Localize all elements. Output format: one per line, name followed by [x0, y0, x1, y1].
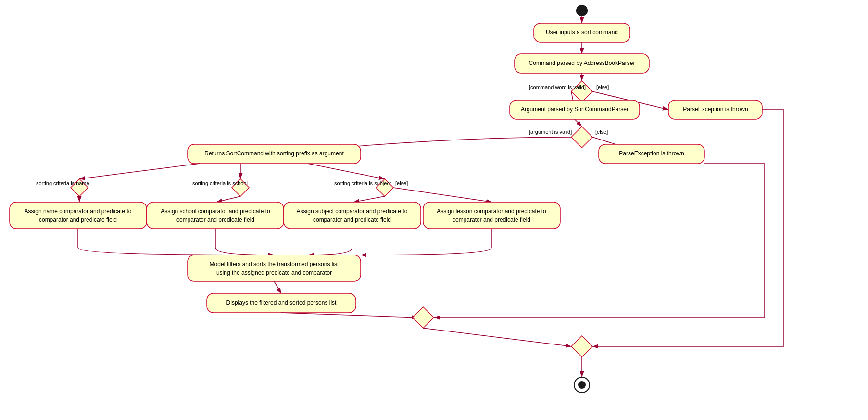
command-parsed-text: Command parsed by AddressBookParser [529, 60, 635, 66]
arrow-else-lesson [393, 188, 492, 202]
assign-subject-text1: Assign subject comparator and predicate … [297, 208, 408, 215]
label-else1: [else] [596, 84, 609, 90]
assign-name-text2: comparator and predicate field [39, 216, 117, 223]
assign-subject-text2: comparator and predicate field [313, 216, 391, 223]
label-else3: [else] [395, 180, 408, 186]
parse-exception1-text: ParseException is thrown [683, 106, 748, 113]
label-sorting-subject: sorting criteria is subject [334, 180, 391, 186]
arrow-returns-subject [308, 164, 385, 179]
diamond2 [571, 127, 592, 148]
assign-lesson-text1: Assign lesson comparator and predicate t… [437, 208, 546, 215]
assign-lesson-text2: comparator and predicate field [453, 216, 530, 223]
arrow-returns-name [79, 164, 200, 179]
end-circle-inner [578, 381, 586, 389]
assign-name-node [10, 202, 147, 229]
arrow3 [575, 119, 582, 127]
arrow-merge1-merge2 [423, 328, 571, 346]
displays-text: Displays the filtered and sorted persons… [226, 299, 337, 306]
assign-school-text1: Assign school comparator and predicate t… [161, 208, 270, 215]
assign-name-text1: Assign name comparator and predicate to [25, 208, 132, 215]
model-filters-node [188, 255, 361, 281]
arrow-school-model [215, 229, 274, 255]
diamond-merge1 [413, 307, 434, 328]
assign-school-text2: comparator and predicate field [176, 216, 254, 223]
label-argument-valid: [argument is valid] [529, 129, 572, 135]
arrow-name-model [78, 229, 274, 255]
argument-parsed-text: Argument parsed by SortCommandParser [521, 106, 629, 113]
arrow-displays-merge1 [281, 313, 417, 318]
user-inputs-text: User inputs a sort command [546, 29, 618, 36]
assign-lesson-node [423, 202, 560, 229]
parse-exception2-text: ParseException is thrown [619, 150, 684, 157]
arrow-subject-model [308, 229, 352, 255]
diagram-container: User inputs a sort command Command parse… [0, 0, 868, 420]
label-command-valid: [command word is valid] [529, 84, 586, 90]
model-filters-text1: Model filters and sorts the transformed … [210, 261, 339, 267]
assign-subject-node [284, 202, 421, 229]
arrow-parse2-merge1 [434, 164, 765, 318]
returns-sort-text: Returns SortCommand with sorting prefix … [204, 150, 344, 157]
assign-school-node [147, 202, 284, 229]
start-node [576, 5, 588, 16]
model-filters-text2: using the assigned predicate and compara… [216, 269, 332, 276]
label-sorting-name: sorting criteria is name [36, 180, 89, 186]
arrow-subject-assign [353, 196, 385, 202]
label-else2: [else] [595, 129, 608, 135]
diamond-merge2 [571, 336, 592, 357]
arrow-school-assign [216, 196, 240, 202]
label-sorting-school: sorting criteria is school [192, 180, 248, 186]
arrow-model-displays [274, 281, 281, 293]
arrow-lesson-model [361, 229, 491, 255]
